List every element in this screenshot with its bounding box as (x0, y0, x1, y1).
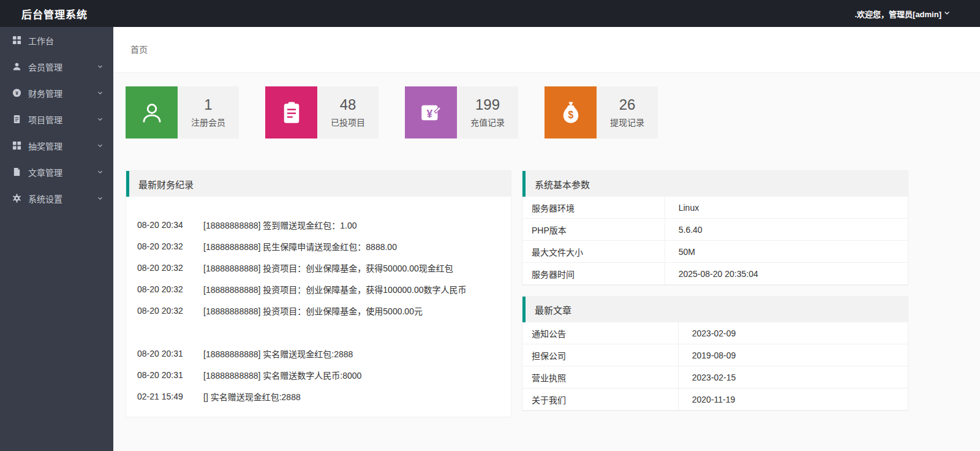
breadcrumb-home[interactable]: 首页 (130, 45, 148, 55)
stat-info: 48 已投项目 (317, 86, 379, 138)
panel-title: 最新文章 (535, 303, 571, 316)
stat-card-invested-projects[interactable]: 48 已投项目 (265, 86, 379, 138)
sidebar-item-members[interactable]: 会员管理 (0, 53, 113, 80)
stat-info: 26 提现记录 (597, 86, 658, 138)
article-name[interactable]: 担保公司 (522, 344, 679, 366)
sidebar-item-settings[interactable]: 系统设置 (0, 185, 113, 211)
finance-record: 08-20 20:34 [18888888888] 签到赠送现金红包：1.00 (137, 214, 500, 235)
record-time: 08-20 20:34 (137, 220, 192, 230)
param-name: 服务器时间 (522, 263, 665, 284)
table-row: 担保公司 2019-08-09 (522, 344, 908, 366)
stat-card-withdraw-records[interactable]: $ 26 提现记录 (545, 86, 658, 138)
svg-text:$: $ (568, 109, 573, 119)
panel-title: 系统基本参数 (535, 178, 590, 191)
user-icon (12, 62, 21, 71)
record-time: 08-20 20:32 (137, 306, 192, 316)
article-date: 2020-11-19 (679, 388, 736, 410)
param-value: 5.6.40 (665, 219, 703, 240)
record-time: 08-20 20:32 (137, 284, 192, 294)
stat-card-registered-members[interactable]: 1 注册会员 (126, 86, 239, 138)
sidebar-item-projects[interactable]: 项目管理 (0, 106, 113, 132)
sidebar-item-label: 项目管理 (28, 113, 97, 126)
svg-text:¥: ¥ (426, 107, 432, 119)
chevron-down-icon (97, 169, 104, 175)
finance-record-empty (137, 321, 500, 343)
table-row: 最大文件大小 50M (522, 241, 908, 263)
finance-record: 08-20 20:32 [18888888888] 投资项目：创业保障基金，获得… (137, 257, 500, 278)
article-date: 2023-02-09 (679, 322, 736, 344)
yuan-card-icon: ¥ (405, 86, 457, 138)
sidebar: 工作台 会员管理 ¥ 财务管理 项目管理 抽奖管理 文章管理 (0, 27, 113, 451)
finance-record: 08-20 20:32 [18888888888] 投资项目：创业保障基金，使用… (137, 300, 500, 321)
record-text: [18888888888] 实名赠送现金红包:2888 (203, 347, 353, 360)
panels-row: 最新财务纪录 08-20 20:34 [18888888888] 签到赠送现金红… (113, 138, 980, 436)
param-value: 2025-08-20 20:35:04 (665, 263, 758, 284)
record-text: [] 实名赠送现金红包:2888 (203, 390, 301, 403)
stat-label: 充值记录 (470, 116, 505, 128)
stat-card-recharge-records[interactable]: ¥ 199 充值记录 (405, 86, 518, 138)
article-name[interactable]: 关于我们 (522, 388, 679, 410)
param-name: 服务器环境 (522, 197, 665, 218)
finance-record: 02-21 15:49 [] 实名赠送现金红包:2888 (137, 385, 500, 407)
table-row: 服务器环境 Linux (522, 197, 908, 219)
grid-icon (12, 141, 21, 150)
stat-value: 1 (204, 97, 212, 113)
record-text: [18888888888] 投资项目：创业保障基金，获得50000.00现金红包 (203, 262, 453, 274)
record-time: 08-20 20:32 (137, 263, 192, 273)
sidebar-item-finance[interactable]: ¥ 财务管理 (0, 80, 113, 106)
finance-record: 08-20 20:32 [18888888888] 投资项目：创业保障基金，获得… (137, 278, 500, 300)
topbar: 后台管理系统 .欢迎您，管理员[admin] (0, 0, 980, 27)
chevron-down-icon (97, 89, 104, 96)
article-name[interactable]: 营业执照 (522, 366, 679, 388)
panel-header: 最新文章 (522, 297, 908, 322)
sidebar-item-lottery[interactable]: 抽奖管理 (0, 132, 113, 159)
sidebar-item-articles[interactable]: 文章管理 (0, 159, 113, 185)
app-title: 后台管理系统 (0, 6, 88, 21)
finance-record: 08-20 20:32 [18888888888] 民生保障申请送现金红包：88… (137, 235, 500, 257)
gear-icon (12, 194, 21, 203)
record-text: [18888888888] 实名赠送数字人民币:8000 (203, 369, 361, 381)
stat-info: 199 充值记录 (457, 86, 518, 138)
sidebar-item-label: 系统设置 (28, 192, 97, 205)
param-name: 最大文件大小 (522, 241, 665, 262)
record-text: [18888888888] 投资项目：创业保障基金，获得100000.00数字人… (203, 283, 467, 295)
file-icon (12, 167, 21, 176)
document-icon (12, 115, 21, 124)
stat-label: 已投项目 (331, 116, 365, 128)
record-time: 02-21 15:49 (137, 392, 192, 401)
stat-value: 26 (619, 97, 636, 113)
param-value: 50M (665, 241, 695, 262)
panel-title: 最新财务纪录 (138, 178, 194, 191)
system-params-panel: 系统基本参数 服务器环境 Linux PHP版本 5.6.40 最大文件大小 5… (522, 170, 908, 286)
table-row: PHP版本 5.6.40 (522, 219, 908, 241)
chevron-down-icon (97, 195, 104, 202)
record-text: [18888888888] 民生保障申请送现金红包：8888.00 (203, 240, 397, 252)
article-name[interactable]: 通知公告 (522, 322, 679, 344)
finance-records-list: 08-20 20:34 [18888888888] 签到赠送现金红包：1.00 … (126, 197, 511, 417)
sidebar-item-label: 抽奖管理 (28, 140, 97, 152)
param-name: PHP版本 (522, 219, 665, 240)
clipboard-icon (265, 86, 317, 138)
record-time: 08-20 20:32 (137, 241, 192, 251)
chevron-down-icon (97, 142, 104, 149)
main-content: 首页 1 注册会员 48 已投项目 ¥ (113, 0, 980, 451)
yuan-icon: ¥ (12, 88, 21, 97)
money-bag-icon: $ (545, 86, 597, 138)
welcome-text: .欢迎您，管理员[admin] (854, 8, 941, 20)
user-menu[interactable]: .欢迎您，管理员[admin] (854, 8, 980, 20)
sidebar-item-workbench[interactable]: 工作台 (0, 27, 113, 53)
record-time: 08-20 20:31 (137, 370, 192, 380)
chevron-down-icon (97, 116, 104, 123)
latest-articles-panel: 最新文章 通知公告 2023-02-09 担保公司 2019-08-09 营业执… (522, 296, 908, 411)
stat-cards-row: 1 注册会员 48 已投项目 ¥ 199 充值记录 $ (113, 73, 980, 138)
table-row: 营业执照 2023-02-15 (522, 366, 908, 388)
article-date: 2023-02-15 (679, 366, 736, 388)
user-icon (126, 86, 178, 138)
chevron-down-icon (943, 9, 951, 18)
breadcrumb: 首页 (113, 27, 980, 73)
svg-text:¥: ¥ (15, 90, 18, 96)
record-text: [18888888888] 投资项目：创业保障基金，使用5000.00元 (203, 305, 423, 317)
grid-icon (12, 36, 21, 45)
chevron-down-icon (97, 63, 104, 70)
sidebar-item-label: 会员管理 (28, 61, 97, 73)
